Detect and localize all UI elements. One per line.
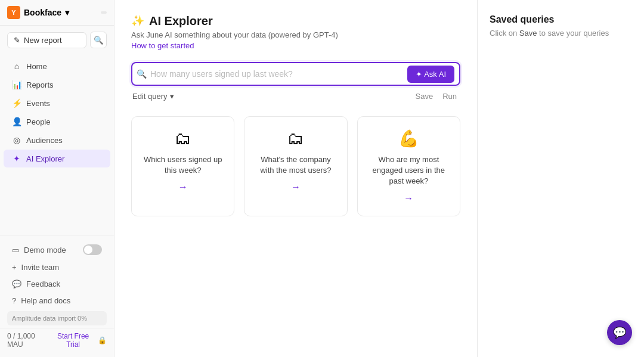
ask-ai-button[interactable]: ✦ Ask AI [407, 66, 454, 83]
invite-team-item[interactable]: + Invite team [4, 259, 110, 275]
sidebar-item-reports[interactable]: 📊 Reports [4, 76, 110, 94]
demo-mode-label: ▭ Demo mode [12, 246, 66, 254]
saved-queries-title: Saved queries [490, 14, 632, 25]
card-text-1: What's the company with the most users? [254, 154, 337, 176]
search-footer: Edit query ▾ Save Run [131, 91, 460, 102]
content-area: ✨ AI Explorer Ask June AI something abou… [114, 0, 477, 357]
sidebar-item-home[interactable]: ⌂ Home [4, 57, 110, 75]
feedback-label: Feedback [26, 280, 60, 288]
feedback-icon: 💬 [12, 280, 21, 288]
edit-icon: ✎ [14, 36, 20, 45]
suggestion-card-0[interactable]: 🗂 Which users signed up this week? → [131, 116, 234, 216]
saved-subtitle-pre: Click on [490, 29, 519, 38]
sidebar-item-audiences[interactable]: ◎ Audiences [4, 131, 110, 149]
sidebar-item-events-label: Events [26, 99, 50, 108]
sidebar-item-audiences-label: Audiences [26, 136, 63, 145]
how-to-link[interactable]: How to get started [131, 41, 194, 50]
brand-icon: Y [7, 6, 20, 19]
demo-mode-row: ▭ Demo mode [4, 241, 110, 259]
sidebar-item-home-label: Home [26, 62, 47, 71]
amplitude-bar: Amplitude data import 0% [7, 311, 107, 325]
search-button[interactable]: 🔍 [90, 32, 107, 48]
suggestion-cards: 🗂 Which users signed up this week? → 🗂 W… [131, 116, 460, 216]
page-header: ✨ AI Explorer [131, 14, 460, 28]
sidebar-item-ai-explorer[interactable]: ✦ AI Explorer [4, 150, 110, 167]
sidebar-header: Y Bookface ▾ [0, 0, 114, 26]
run-button[interactable]: Run [440, 91, 459, 102]
suggestion-card-1[interactable]: 🗂 What's the company with the most users… [244, 116, 347, 216]
card-emoji-1: 🗂 [254, 129, 337, 148]
sidebar-item-ai-explorer-label: AI Explorer [26, 154, 64, 163]
ai-search-box: 🔍 ✦ Ask AI [131, 62, 460, 86]
help-icon: ? [12, 296, 16, 305]
chat-icon: 💬 [613, 326, 626, 339]
edit-query-label: Edit query [132, 92, 168, 101]
start-trial-button[interactable]: Start Free Trial 🔒 [51, 332, 107, 349]
search-input-icon: 🔍 [137, 70, 145, 78]
ask-ai-label: ✦ Ask AI [416, 70, 446, 79]
save-button[interactable]: Save [413, 91, 436, 102]
ai-explorer-icon: ✦ [12, 154, 21, 163]
edit-query-button[interactable]: Edit query ▾ [132, 92, 174, 101]
mau-row: 0 / 1,000 MAU Start Free Trial 🔒 [0, 328, 114, 352]
chat-button[interactable]: 💬 [607, 320, 632, 345]
saved-queries-panel: Saved queries Click on Save to save your… [477, 0, 644, 357]
suggestion-card-2[interactable]: 💪 Who are my most engaged users in the p… [357, 116, 460, 216]
invite-team-label: Invite team [21, 263, 60, 272]
audiences-icon: ◎ [12, 135, 21, 145]
chevron-down-icon: ▾ [170, 92, 174, 101]
brand-logo[interactable]: Y Bookface ▾ [7, 6, 69, 19]
brand-chevron: ▾ [65, 8, 69, 17]
page-title: AI Explorer [149, 14, 213, 28]
demo-icon: ▭ [12, 246, 19, 254]
sidebar-nav: ⌂ Home 📊 Reports ⚡ Events 👤 People ◎ Aud… [0, 54, 114, 235]
saved-subtitle-post: to save your queries [537, 29, 609, 38]
page-subtitle: Ask June AI something about your data (p… [131, 30, 460, 39]
card-emoji-0: 🗂 [141, 129, 224, 148]
start-trial-label: Start Free Trial [51, 332, 95, 349]
card-arrow-1: → [254, 182, 337, 193]
sidebar-item-reports-label: Reports [26, 80, 54, 89]
saved-queries-subtitle: Click on Save to save your queries [490, 29, 632, 38]
sidebar-item-events[interactable]: ⚡ Events [4, 94, 110, 112]
card-text-2: Who are my most engaged users in the pas… [367, 154, 450, 187]
new-report-button[interactable]: ✎ New report [7, 32, 86, 48]
reports-icon: 📊 [12, 80, 21, 89]
lock-icon: 🔒 [98, 336, 107, 344]
sidebar-actions: ✎ New report 🔍 [0, 26, 114, 54]
events-icon: ⚡ [12, 98, 21, 108]
card-arrow-0: → [141, 182, 224, 193]
card-arrow-2: → [367, 193, 450, 204]
save-keyword: Save [519, 29, 537, 38]
sidebar-bottom: ▭ Demo mode + Invite team 💬 Feedback ? H… [0, 235, 114, 357]
sidebar: Y Bookface ▾ ✎ New report 🔍 ⌂ Home 📊 Rep… [0, 0, 114, 357]
invite-icon: + [12, 263, 17, 272]
search-actions: Save Run [413, 91, 460, 102]
sidebar-item-people[interactable]: 👤 People [4, 113, 110, 131]
ai-search-input[interactable] [145, 63, 407, 85]
sidebar-item-people-label: People [26, 117, 50, 126]
amplitude-text: Amplitude data import 0% [12, 315, 87, 322]
help-docs-item[interactable]: ? Help and docs [4, 293, 110, 309]
home-icon: ⌂ [12, 61, 21, 71]
sparkle-icon: ✨ [131, 14, 144, 27]
help-docs-label: Help and docs [21, 296, 70, 305]
new-report-label: New report [24, 36, 62, 45]
main-area: ✨ AI Explorer Ask June AI something abou… [114, 0, 644, 357]
search-icon: 🔍 [94, 36, 104, 45]
card-emoji-2: 💪 [367, 129, 450, 148]
demo-mode-toggle[interactable] [83, 244, 102, 255]
brand-kbd [101, 11, 107, 14]
card-text-0: Which users signed up this week? [141, 154, 224, 176]
mau-count: 0 / 1,000 MAU [7, 332, 51, 349]
feedback-item[interactable]: 💬 Feedback [4, 276, 110, 292]
people-icon: 👤 [12, 117, 21, 126]
brand-name: Bookface [24, 8, 61, 17]
